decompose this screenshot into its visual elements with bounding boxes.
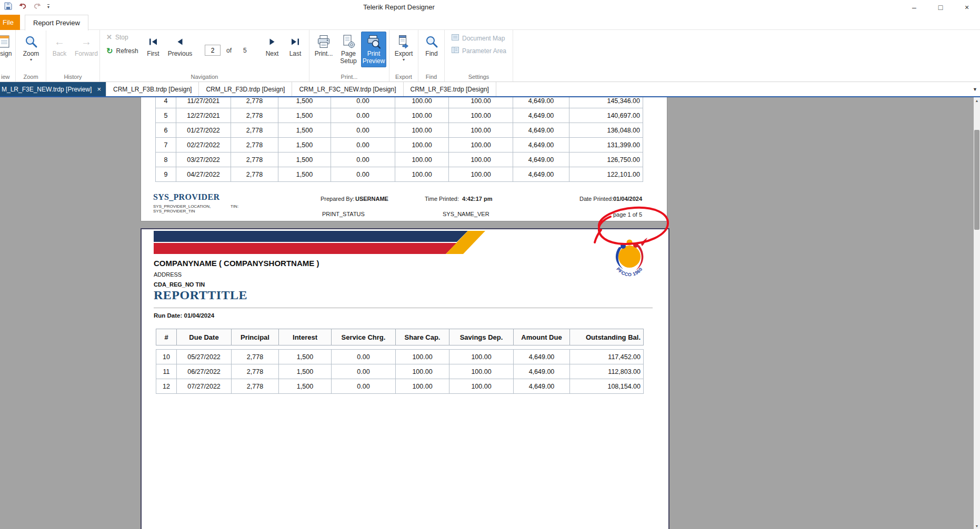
table-cell: 4,649.00 xyxy=(514,379,570,394)
table-cell: 1,500 xyxy=(279,350,332,364)
report-table-header: #Due DatePrincipalInterestService Chrg.S… xyxy=(156,329,644,345)
parameter-area-button[interactable]: Parameter Area xyxy=(452,46,506,55)
undo-button[interactable] xyxy=(18,2,27,12)
table-cell: 0.00 xyxy=(332,350,396,364)
stop-button[interactable]: ✕ Stop xyxy=(106,33,128,41)
find-group-label: Find xyxy=(418,74,444,80)
page-number-input[interactable] xyxy=(205,45,221,56)
table-row: 512/27/20212,7781,5000.00100.00100.004,6… xyxy=(156,108,643,123)
table-cell: 0.00 xyxy=(331,167,395,182)
minimize-button[interactable]: – xyxy=(901,0,927,15)
table-cell: 2,778 xyxy=(231,167,278,182)
tab-close-icon[interactable]: × xyxy=(97,86,101,93)
find-button[interactable]: Find xyxy=(420,32,443,67)
scroll-up-icon[interactable]: ▲ xyxy=(974,97,980,104)
report-preview-area: 411/27/20212,7781,5000.00100.00100.004,6… xyxy=(0,97,980,529)
save-button[interactable] xyxy=(3,2,13,12)
provider-location: SYS_PROVIDER_LOCATION, xyxy=(153,204,211,209)
document-map-icon xyxy=(452,34,459,43)
table-cell: 8 xyxy=(156,152,176,167)
table-cell: 100.00 xyxy=(395,108,449,123)
table-cell: 100.00 xyxy=(449,167,513,182)
document-map-button[interactable]: Document Map xyxy=(452,34,505,43)
document-tab-f3e[interactable]: CRM_LR_F3E.trdp [Design] xyxy=(404,82,496,96)
table-cell: 0.00 xyxy=(332,364,396,379)
refresh-button[interactable]: ↻ Refresh xyxy=(106,46,138,56)
date-printed-label: Date Printed: xyxy=(579,196,613,202)
page-setup-label-line2: Setup xyxy=(340,57,356,65)
previous-page-button[interactable]: Previous xyxy=(168,32,192,67)
table-cell: 117,452.00 xyxy=(570,350,644,364)
ribbon-group-find: Find Find xyxy=(418,30,445,82)
company-address: ADDRESS xyxy=(154,271,182,278)
document-tabstrip: M_LR_F3E_NEW.trdp [Preview] × CRM_LR_F3B… xyxy=(0,82,980,97)
design-button[interactable]: esign xyxy=(0,32,16,67)
table-cell: 100.00 xyxy=(449,379,514,394)
table-cell: 2,778 xyxy=(231,152,278,167)
tab-report-preview[interactable]: Report Preview xyxy=(25,15,88,30)
close-button[interactable]: × xyxy=(954,0,980,15)
table-cell: 5 xyxy=(156,108,176,123)
document-tab-f3c-new[interactable]: CRM_LR_F3C_NEW.trdp [Design] xyxy=(292,82,403,96)
view-group-label: iew xyxy=(0,74,15,80)
forward-button[interactable]: → Forward xyxy=(74,32,99,67)
scrollbar-thumb[interactable] xyxy=(974,130,979,230)
table-cell: 126,750.00 xyxy=(569,152,643,167)
sys-name-ver: SYS_NAME_VER xyxy=(443,211,489,217)
svg-text:PFCCO 1960: PFCCO 1960 xyxy=(615,267,643,278)
stop-button-label: Stop xyxy=(115,34,128,41)
zoom-button[interactable]: Zoom ▾ xyxy=(19,32,43,67)
export-button[interactable]: Export ▾ xyxy=(392,32,416,67)
qat-customize-dropdown[interactable]: ▾ xyxy=(47,4,49,9)
print-button[interactable]: Print... xyxy=(312,32,336,67)
company-name: COMPANYNAME ( COMPANYSHORTNAME ) xyxy=(154,259,319,268)
report-page-1: 411/27/20212,7781,5000.00100.00100.004,6… xyxy=(141,97,667,221)
document-tab-preview[interactable]: M_LR_F3E_NEW.trdp [Preview] × xyxy=(0,82,106,96)
first-page-button[interactable]: First xyxy=(142,32,165,67)
table-cell: 4,649.00 xyxy=(513,152,569,167)
history-group-label: History xyxy=(46,74,99,80)
back-button[interactable]: ← Back xyxy=(47,32,72,67)
print-preview-button[interactable]: Print Preview xyxy=(361,32,386,67)
save-icon xyxy=(4,2,12,12)
prepared-by-label: Prepared By: xyxy=(321,196,354,202)
table-cell: 100.00 xyxy=(395,138,449,152)
table-cell: 100.00 xyxy=(449,364,514,379)
table-cell: 1,500 xyxy=(278,138,331,152)
table-cell: 112,803.00 xyxy=(570,364,644,379)
maximize-button[interactable]: □ xyxy=(927,0,954,15)
table-cell: 06/27/2022 xyxy=(177,364,232,379)
page-of-text: of xyxy=(226,47,232,54)
vertical-scrollbar[interactable]: ▲ ▼ xyxy=(974,97,980,529)
document-tab-f3b[interactable]: CRM_LR_F3B.trdp [Design] xyxy=(106,82,199,96)
redo-button[interactable] xyxy=(33,2,42,12)
next-page-button[interactable]: Next xyxy=(261,32,284,67)
page-setup-button[interactable]: Page Setup xyxy=(336,32,361,67)
settings-group-label: Settings xyxy=(445,74,513,80)
table-cell: 100.00 xyxy=(396,379,449,394)
table-cell: 4,649.00 xyxy=(513,97,569,108)
table-cell: 100.00 xyxy=(395,152,449,167)
table-cell: 2,778 xyxy=(231,123,278,138)
table-cell: 11 xyxy=(156,364,177,379)
table-row: 1005/27/20222,7781,5000.00100.00100.004,… xyxy=(156,350,644,364)
file-tab[interactable]: File xyxy=(0,15,20,30)
table-cell: 100.00 xyxy=(449,108,513,123)
ribbon-group-view: esign iew xyxy=(0,30,16,82)
tab-list-dropdown-icon[interactable]: ▼ xyxy=(973,87,977,92)
scroll-down-icon[interactable]: ▼ xyxy=(974,523,980,529)
table-cell: 07/27/2022 xyxy=(177,379,232,394)
run-date: Run Date: 01/04/2024 xyxy=(154,312,214,319)
document-tab-f3d[interactable]: CRM_LR_F3D.trdp [Design] xyxy=(199,82,292,96)
last-page-label: Last xyxy=(289,50,302,57)
ribbon: esign iew Zoom ▾ Zoom ← Back → Forwar xyxy=(0,30,980,82)
last-page-button[interactable]: Last xyxy=(284,32,307,67)
printer-icon xyxy=(316,33,331,50)
table-row: 411/27/20212,7781,5000.00100.00100.004,6… xyxy=(156,97,643,108)
column-header: Due Date xyxy=(177,329,232,345)
table-cell: 2,778 xyxy=(231,97,278,108)
export-icon xyxy=(396,33,411,50)
tin-label: TIN: xyxy=(231,204,238,209)
table-cell: 4,649.00 xyxy=(513,123,569,138)
table-cell: 12/27/2021 xyxy=(176,108,231,123)
